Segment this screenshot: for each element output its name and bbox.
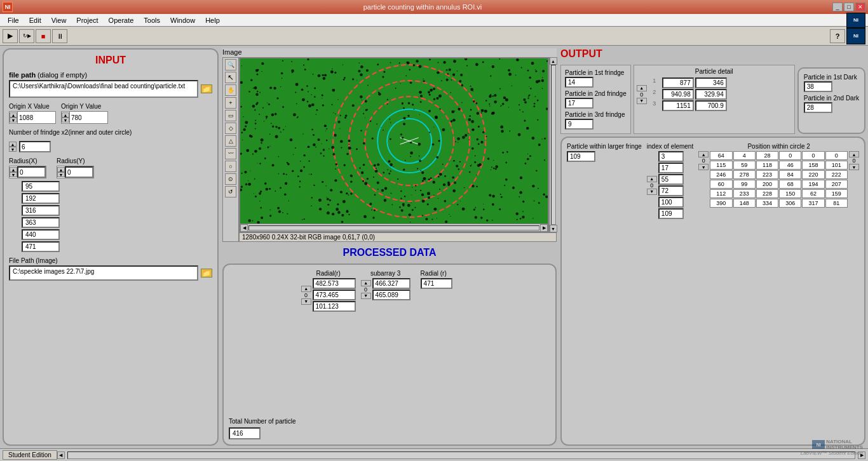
subarray-scroll-down[interactable]: ▼: [361, 293, 371, 299]
circle-tool[interactable]: ○: [225, 161, 236, 172]
menu-view[interactable]: View: [46, 15, 72, 25]
menu-bar: File Edit View Project Operate Tools Win…: [0, 14, 868, 27]
image-container: 🔍 ↖ ✋ + ▭ ◇ △ 〰 ○ ⊙ ↺: [222, 57, 557, 242]
radius-list-4[interactable]: [22, 229, 60, 240]
radius-y-spinbox[interactable]: ▲ ▼: [57, 166, 94, 178]
index-scroll-up[interactable]: ▲: [647, 176, 657, 182]
larger-fringe-row: Particle within larger fringe 109 index …: [567, 143, 859, 219]
diamond-tool[interactable]: ◇: [225, 123, 236, 134]
particle-dots: [240, 58, 548, 224]
menu-tools[interactable]: Tools: [139, 15, 165, 25]
scroll-up[interactable]: ▲: [550, 57, 557, 65]
pos-4-3: 150: [779, 189, 801, 198]
pos-3-0: 60: [710, 180, 732, 189]
origin-x-input[interactable]: [17, 112, 55, 123]
image-row: ◀ ▶ ▲ ▼: [239, 57, 557, 232]
radius-x-arrows[interactable]: ▲ ▼: [10, 167, 17, 177]
file-path-browse-button[interactable]: 📁: [201, 84, 212, 93]
rect-tool[interactable]: ▭: [225, 110, 236, 121]
radius-x-down[interactable]: ▼: [10, 172, 17, 177]
scroll-right[interactable]: ▶: [540, 224, 548, 232]
menu-help[interactable]: Help: [200, 15, 225, 25]
radius-y-arrows[interactable]: ▲ ▼: [57, 167, 65, 177]
origin-y-arrows[interactable]: ▲ ▼: [62, 112, 69, 123]
fringe-input[interactable]: [19, 141, 51, 152]
image-section: Image 🔍 ↖ ✋ + ▭ ◇ △ 〰 ○ ⊙ ↺: [222, 48, 557, 242]
index-val-5: 109: [658, 208, 684, 219]
image-scrollbar-v[interactable]: ▲ ▼: [549, 57, 557, 232]
plus-tool[interactable]: +: [225, 97, 236, 109]
help-button[interactable]: ?: [830, 29, 845, 43]
status-scrollbar[interactable]: [67, 451, 855, 459]
pause-button[interactable]: ⏸: [52, 29, 67, 43]
origin-x-spinbox[interactable]: ▲ ▼: [9, 111, 56, 124]
origin-y-spinbox[interactable]: ▲ ▼: [61, 111, 108, 124]
radius-y-up[interactable]: ▲: [57, 167, 65, 172]
fringe-arrows[interactable]: ▲ ▼: [9, 142, 17, 152]
radius-y-input[interactable]: [65, 166, 93, 178]
origin-y-input[interactable]: [69, 112, 107, 123]
image-with-scrollbars: ◀ ▶ ▲ ▼ 1280x960 0.24X 32-bit RGB im: [239, 57, 557, 242]
radius-list-0[interactable]: [22, 181, 60, 192]
center-column: Image 🔍 ↖ ✋ + ▭ ◇ △ 〰 ○ ⊙ ↺: [222, 48, 557, 446]
close-button[interactable]: ✕: [855, 3, 865, 11]
rotate-tool[interactable]: ↺: [225, 186, 236, 197]
detail-scroll-up-1[interactable]: ▲: [637, 85, 647, 91]
image-scrollbar-h[interactable]: ◀ ▶: [240, 224, 548, 231]
run-button[interactable]: ▶: [3, 29, 18, 43]
scroll-down[interactable]: ▼: [550, 225, 557, 232]
radius-x-input[interactable]: [17, 166, 46, 178]
scroll-track-v[interactable]: [551, 65, 556, 225]
scroll-left[interactable]: ◀: [240, 224, 248, 232]
fringe-up[interactable]: ▲: [9, 142, 17, 147]
radius-y-down[interactable]: ▼: [57, 172, 65, 177]
run-continuous-button[interactable]: ↻▶: [19, 29, 34, 43]
menu-project[interactable]: Project: [71, 15, 103, 25]
menu-operate[interactable]: Operate: [104, 15, 139, 25]
pos-5-1: 148: [733, 199, 756, 208]
radius-list-2[interactable]: [22, 205, 60, 216]
pos-scroll-down-2[interactable]: ▼: [849, 164, 859, 170]
file-path-image-input[interactable]: C:\speckle images 22.7\7.jpg: [9, 265, 198, 281]
annulus-tool[interactable]: ⊙: [225, 173, 236, 185]
pan-tool[interactable]: ✋: [225, 84, 236, 96]
radius-x-spinbox[interactable]: ▲ ▼: [9, 166, 46, 178]
fringe-down[interactable]: ▼: [9, 147, 17, 152]
radial-scroll-down[interactable]: ▼: [301, 298, 311, 305]
file-path-input[interactable]: C:\Users\Karthikraj\Downloads\final bead…: [9, 80, 198, 98]
menu-file[interactable]: File: [3, 15, 24, 25]
processed-title: PROCESSED DATA: [222, 244, 557, 261]
origin-y-up[interactable]: ▲: [62, 112, 69, 117]
index-scroll-down[interactable]: ▼: [647, 189, 657, 195]
zoom-tool[interactable]: 🔍: [225, 59, 236, 70]
poly-tool[interactable]: △: [225, 135, 236, 147]
pos-grid-row-2: 246 278 223 84 220 222: [710, 170, 848, 179]
pos-scroll-up-1[interactable]: ▲: [698, 151, 709, 157]
status-scroll-left[interactable]: ◀: [57, 451, 65, 459]
origin-x-arrows[interactable]: ▲ ▼: [10, 112, 17, 123]
pointer-tool[interactable]: ↖: [225, 72, 236, 83]
radius-list-1[interactable]: [22, 193, 60, 204]
radial-scroll-up[interactable]: ▲: [301, 286, 311, 292]
origin-y-down[interactable]: ▼: [62, 117, 69, 123]
minimize-button[interactable]: _: [832, 3, 843, 11]
freehand-tool[interactable]: 〰: [225, 148, 236, 159]
fringe-row: Number of frindge x2(inner and outer cir…: [9, 129, 212, 136]
radius-list-3[interactable]: [22, 217, 60, 228]
origin-x-down[interactable]: ▼: [10, 117, 17, 123]
detail-scroll-down-1[interactable]: ▼: [637, 98, 647, 104]
scroll-track-h[interactable]: [248, 225, 539, 230]
menu-window[interactable]: Window: [165, 15, 200, 25]
menu-edit[interactable]: Edit: [24, 15, 46, 25]
subarray-scroll-up[interactable]: ▲: [361, 280, 371, 286]
stop-button[interactable]: ■: [36, 29, 51, 43]
pos-scroll-up-2[interactable]: ▲: [849, 151, 859, 157]
pos-scroll-down-1[interactable]: ▼: [698, 164, 709, 170]
maximize-button[interactable]: □: [844, 3, 854, 11]
origin-x-up[interactable]: ▲: [10, 112, 17, 117]
status-tab[interactable]: Student Edition: [3, 450, 57, 460]
pos-1-0: 115: [710, 161, 732, 170]
radius-list-5[interactable]: [22, 241, 60, 252]
radius-x-up[interactable]: ▲: [10, 167, 17, 172]
file-path-image-browse-button[interactable]: 📁: [201, 269, 212, 277]
